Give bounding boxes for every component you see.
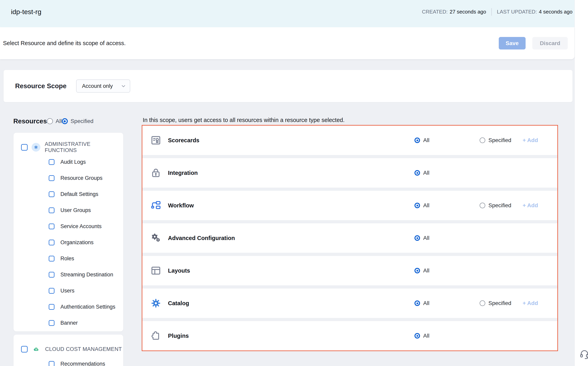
- resource-type-row-catalog: CatalogAllSpecified+ Add: [142, 289, 557, 318]
- page-title: idp-test-rg: [11, 8, 41, 16]
- radio-specified-label: Specified: [488, 137, 511, 144]
- resource-type-name: Integration: [168, 170, 198, 176]
- checkbox-banner[interactable]: [49, 320, 54, 326]
- group-items: Audit LogsResource GroupsDefault Setting…: [14, 154, 123, 331]
- toolbar-buttons: Save Discard: [499, 37, 568, 49]
- checkbox-user-groups[interactable]: [49, 207, 54, 213]
- resource-scope-dropdown[interactable]: Account only: [76, 79, 130, 93]
- resource-type-name: Advanced Configuration: [168, 235, 235, 241]
- radio-all-label: All: [423, 333, 429, 339]
- group-name: ADMINISTRATIVE FUNCTIONS: [45, 141, 123, 153]
- radio-specified-label: Specified: [488, 300, 511, 306]
- list-item-resource-groups: Resource Groups: [14, 170, 123, 186]
- resources-radio-specified-label: Specified: [70, 118, 93, 124]
- item-label: Audit Logs: [61, 159, 86, 165]
- radio-all-label: All: [423, 170, 429, 176]
- resources-title: Resources: [13, 117, 47, 125]
- resource-type-name: Catalog: [168, 300, 189, 307]
- meta-divider: [491, 8, 492, 16]
- item-label: Roles: [61, 256, 74, 262]
- help-headset-icon[interactable]: [579, 349, 588, 359]
- resource-type-row-scorecards: ScorecardsAllSpecified+ Add: [142, 126, 557, 155]
- add-link-catalog[interactable]: + Add: [523, 300, 538, 306]
- resource-type-name: Scorecards: [168, 137, 199, 144]
- resource-type-list: ScorecardsAllSpecified+ AddIntegrationAl…: [142, 125, 558, 351]
- add-link-workflow[interactable]: + Add: [523, 202, 538, 209]
- radio-all-workflow[interactable]: [414, 203, 420, 208]
- resource-scope-card: Resource Scope Account only: [4, 70, 573, 102]
- admin-gear-badge: [32, 143, 40, 152]
- list-item-audit-logs: Audit Logs: [14, 154, 123, 170]
- all-option-catalog: All: [414, 300, 429, 306]
- checkbox-cloud-cost-management[interactable]: [21, 346, 28, 352]
- resource-type-row-integration: IntegrationAll: [142, 158, 557, 188]
- checkbox-administrative-functions[interactable]: [21, 144, 28, 151]
- specified-option-catalog: Specified: [480, 300, 511, 306]
- list-item-banner: Banner: [14, 315, 123, 331]
- checkbox-users[interactable]: [49, 288, 54, 294]
- header-meta: CREATED: 27 seconds ago LAST UPDATED: 4 …: [422, 8, 573, 16]
- resources-radio-specified[interactable]: [62, 118, 68, 124]
- created-label: CREATED:: [422, 9, 448, 15]
- list-item-service-accounts: Service Accounts: [14, 218, 123, 235]
- checkbox-organizations[interactable]: [49, 240, 54, 245]
- radio-all-advanced-configuration[interactable]: [414, 235, 420, 241]
- list-item-organizations: Organizations: [14, 235, 123, 251]
- resource-type-row-advanced-configuration: Advanced ConfigurationAll: [142, 223, 557, 253]
- radio-specified-label: Specified: [488, 202, 511, 209]
- scorecards-icon: [150, 135, 162, 146]
- gear-solid-icon: [150, 298, 162, 309]
- group-name: CLOUD COST MANAGEMENT: [45, 346, 122, 352]
- item-label: Banner: [61, 320, 78, 326]
- resources-radio-all[interactable]: [47, 118, 53, 124]
- svg-text:$: $: [35, 348, 37, 351]
- checkbox-default-settings[interactable]: [49, 191, 54, 197]
- radio-specified-catalog[interactable]: [480, 300, 485, 306]
- radio-all-scorecards[interactable]: [414, 137, 420, 143]
- workflow-icon: [150, 200, 162, 211]
- discard-button[interactable]: Discard: [532, 37, 568, 49]
- resource-group-page: idp-test-rg CREATED: 27 seconds ago LAST…: [0, 0, 588, 366]
- resource-type-row-workflow: WorkflowAllSpecified+ Add: [142, 191, 557, 220]
- resource-type-row-plugins: PluginsAll: [142, 321, 557, 351]
- radio-specified-scorecards[interactable]: [480, 137, 485, 143]
- radio-all-label: All: [423, 202, 429, 209]
- resource-type-name: Plugins: [168, 333, 189, 339]
- sidebar-card-cloud-cost-management: $CLOUD COST MANAGEMENTRecommendations: [14, 335, 123, 366]
- scope-description: In this scope, users get access to all r…: [143, 117, 345, 123]
- sidebar-card-administrative-functions: ADMINISTRATIVE FUNCTIONSAudit LogsResour…: [14, 133, 123, 331]
- scrollbar-gutter: [574, 0, 588, 366]
- resource-type-row-layouts: LayoutsAll: [142, 256, 557, 285]
- radio-all-catalog[interactable]: [414, 300, 420, 306]
- item-label: Users: [61, 288, 75, 294]
- checkbox-recommendations[interactable]: [49, 361, 54, 366]
- radio-all-layouts[interactable]: [414, 268, 420, 273]
- item-label: Streaming Destination: [61, 272, 113, 278]
- list-item-streaming-destination: Streaming Destination: [14, 267, 123, 283]
- gears-icon: [150, 232, 162, 244]
- last-updated-value: 4 seconds ago: [539, 9, 573, 15]
- radio-specified-workflow[interactable]: [480, 203, 485, 208]
- created-value: 27 seconds ago: [450, 9, 486, 15]
- resources-radio-all-label: All: [56, 118, 62, 124]
- checkbox-roles[interactable]: [49, 256, 54, 261]
- specified-option-workflow: Specified: [480, 202, 511, 209]
- layout-icon: [150, 265, 162, 276]
- item-label: Service Accounts: [61, 223, 101, 229]
- resource-type-name: Workflow: [168, 202, 194, 209]
- list-item-users: Users: [14, 283, 123, 299]
- checkbox-resource-groups[interactable]: [49, 175, 54, 181]
- item-label: Organizations: [61, 239, 94, 246]
- radio-all-integration[interactable]: [414, 170, 420, 176]
- all-option-advanced-configuration: All: [414, 235, 429, 241]
- save-button[interactable]: Save: [499, 37, 526, 49]
- action-toolbar: Select Resource and define its scope of …: [0, 27, 574, 59]
- checkbox-streaming-destination[interactable]: [49, 272, 54, 278]
- checkbox-audit-logs[interactable]: [49, 159, 54, 165]
- add-link-scorecards[interactable]: + Add: [523, 137, 538, 144]
- radio-all-label: All: [423, 267, 429, 274]
- list-item-authentication-settings: Authentication Settings: [14, 299, 123, 315]
- radio-all-plugins[interactable]: [414, 333, 420, 339]
- checkbox-authentication-settings[interactable]: [49, 304, 54, 310]
- checkbox-service-accounts[interactable]: [49, 223, 54, 229]
